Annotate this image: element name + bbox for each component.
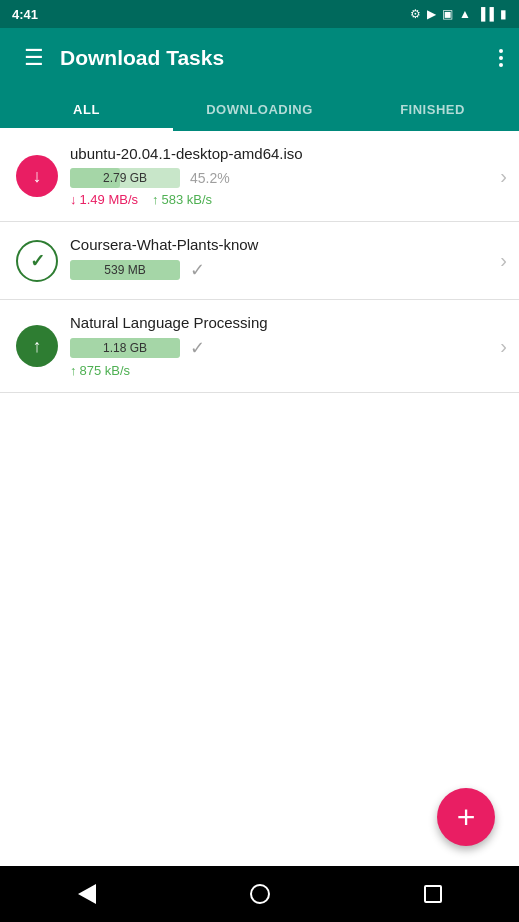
back-icon xyxy=(78,884,96,904)
play-icon: ▶ xyxy=(427,7,436,21)
progress-bar-container: 2.79 GB xyxy=(70,168,180,188)
progress-percent-label: 45.2% xyxy=(190,170,230,186)
task-icon-downloading: ↓ xyxy=(16,155,58,197)
checkmark-circle-icon: ✓ xyxy=(30,250,45,272)
recents-icon xyxy=(424,885,442,903)
chevron-right-icon: › xyxy=(488,165,519,188)
wifi-icon: ▲ xyxy=(459,7,471,21)
up-arrow-icon: ↑ xyxy=(70,363,77,378)
completed-check-icon: ✓ xyxy=(190,337,205,359)
home-icon xyxy=(250,884,270,904)
dot1 xyxy=(499,49,503,53)
nav-back-button[interactable] xyxy=(67,874,107,914)
add-task-fab[interactable]: + xyxy=(437,788,495,846)
task-progress-row: 2.79 GB 45.2% xyxy=(70,168,488,188)
task-icon-seeding: ✓ xyxy=(16,240,58,282)
signal-icon: ▐▐ xyxy=(477,7,494,21)
task-speeds: ↑ 875 kB/s xyxy=(70,363,488,378)
task-name: ubuntu-20.04.1-desktop-amd64.iso xyxy=(70,145,488,162)
chevron-right-icon: › xyxy=(488,249,519,272)
status-icons: ⚙ ▶ ▣ ▲ ▐▐ ▮ xyxy=(410,7,507,21)
task-content: ubuntu-20.04.1-desktop-amd64.iso 2.79 GB… xyxy=(70,145,488,207)
status-bar: 4:41 ⚙ ▶ ▣ ▲ ▐▐ ▮ xyxy=(0,0,519,28)
speed-down-value: 1.49 MB/s xyxy=(80,192,139,207)
speed-up-value: 583 kB/s xyxy=(162,192,213,207)
task-content: Coursera-What-Plants-know 539 MB ✓ xyxy=(70,236,488,285)
tabs-container: ALL DOWNLOADING FINISHED xyxy=(0,88,519,131)
toolbar: ☰ Download Tasks xyxy=(0,28,519,88)
task-list: ↓ ubuntu-20.04.1-desktop-amd64.iso 2.79 … xyxy=(0,131,519,393)
tab-downloading[interactable]: DOWNLOADING xyxy=(173,88,346,131)
nav-home-button[interactable] xyxy=(240,874,280,914)
chevron-right-icon: › xyxy=(488,335,519,358)
nav-recents-button[interactable] xyxy=(413,874,453,914)
task-progress-row: 539 MB ✓ xyxy=(70,259,488,281)
tab-all[interactable]: ALL xyxy=(0,88,173,131)
task-item[interactable]: ↑ Natural Language Processing 1.18 GB ✓ … xyxy=(0,300,519,393)
task-name: Natural Language Processing xyxy=(70,314,488,331)
progress-size-label: 1.18 GB xyxy=(103,341,147,355)
task-speeds: ↓ 1.49 MB/s ↑ 583 kB/s xyxy=(70,192,488,207)
speed-up: ↑ 875 kB/s xyxy=(70,363,130,378)
up-arrow-icon: ↑ xyxy=(152,192,159,207)
bottom-nav xyxy=(0,866,519,922)
upload-icon: ↑ xyxy=(33,336,42,357)
task-icon-upload: ↑ xyxy=(16,325,58,367)
task-name: Coursera-What-Plants-know xyxy=(70,236,488,253)
toolbar-title: Download Tasks xyxy=(60,46,491,70)
task-item[interactable]: ✓ Coursera-What-Plants-know 539 MB ✓ › xyxy=(0,222,519,300)
dot2 xyxy=(499,56,503,60)
dot3 xyxy=(499,63,503,67)
progress-bar-container: 1.18 GB xyxy=(70,338,180,358)
task-progress-row: 1.18 GB ✓ xyxy=(70,337,488,359)
battery-icon: ▮ xyxy=(500,7,507,21)
completed-check-icon: ✓ xyxy=(190,259,205,281)
progress-size-label: 539 MB xyxy=(104,263,145,277)
menu-icon[interactable]: ☰ xyxy=(16,37,52,79)
settings-icon: ⚙ xyxy=(410,7,421,21)
tab-finished[interactable]: FINISHED xyxy=(346,88,519,131)
download-icon: ↓ xyxy=(33,166,42,187)
task-content: Natural Language Processing 1.18 GB ✓ ↑ … xyxy=(70,314,488,378)
speed-up-value: 875 kB/s xyxy=(80,363,131,378)
status-time: 4:41 xyxy=(12,7,38,22)
more-menu-button[interactable] xyxy=(491,41,511,75)
sim-icon: ▣ xyxy=(442,7,453,21)
down-arrow-icon: ↓ xyxy=(70,192,77,207)
progress-bar-container: 539 MB xyxy=(70,260,180,280)
speed-down: ↓ 1.49 MB/s xyxy=(70,192,138,207)
progress-size-label: 2.79 GB xyxy=(103,171,147,185)
task-item[interactable]: ↓ ubuntu-20.04.1-desktop-amd64.iso 2.79 … xyxy=(0,131,519,222)
speed-up: ↑ 583 kB/s xyxy=(152,192,212,207)
plus-icon: + xyxy=(457,801,476,833)
